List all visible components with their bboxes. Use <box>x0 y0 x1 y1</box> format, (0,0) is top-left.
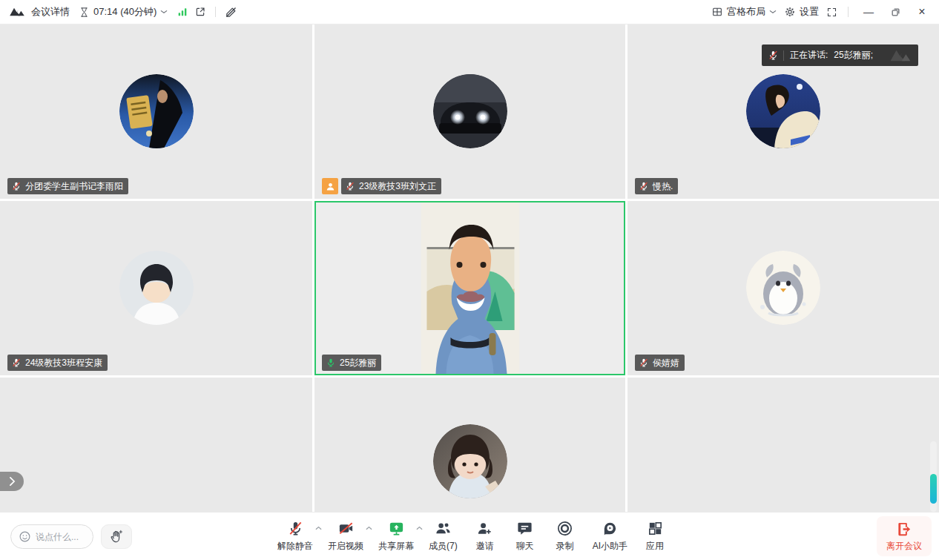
mic-muted-icon <box>639 358 649 368</box>
ai-assistant-button[interactable]: AI小助手 <box>585 515 635 553</box>
timer-label: 07:14 (40分钟) <box>93 5 156 19</box>
share-screen-icon <box>387 520 404 537</box>
participant-name: 23级教技3班刘文正 <box>359 182 436 191</box>
settings-label: 设置 <box>800 5 819 19</box>
participant-tile[interactable] <box>314 378 625 512</box>
chat-button[interactable]: 聊天 <box>505 515 545 553</box>
participant-name-tag: 24级教技3班程安康 <box>7 355 108 371</box>
network-signal-icon[interactable] <box>177 6 188 18</box>
participant-tile[interactable]: 24级教技3班程安康 <box>0 201 312 375</box>
participant-name-tag: 25彭雅丽 <box>322 355 381 371</box>
minimize-button[interactable]: — <box>859 4 878 20</box>
start-video-label: 开启视频 <box>328 540 363 553</box>
panel-expander-button[interactable] <box>0 472 24 491</box>
leave-meeting-label: 离开会议 <box>886 540 922 553</box>
divider <box>783 50 784 61</box>
avatar <box>746 74 820 148</box>
empty-tile <box>627 378 939 512</box>
meeting-window: 会议详情 07:14 (40分钟) 宫格布局 设置 <box>0 0 939 560</box>
mic-muted-icon <box>11 358 22 368</box>
raise-hand-button[interactable] <box>101 524 132 549</box>
layout-label: 宫格布局 <box>727 5 765 19</box>
record-button[interactable]: 录制 <box>545 515 585 553</box>
participant-tile-speaking[interactable]: 25彭雅丽 <box>314 201 625 375</box>
participant-name: 24级教技3班程安康 <box>25 358 102 367</box>
chevron-down-icon <box>769 10 777 14</box>
mic-muted-icon <box>11 181 22 191</box>
participant-tile[interactable]: 23级教技3班刘文正 <box>314 24 625 199</box>
leave-meeting-button[interactable]: 离开会议 <box>877 516 932 556</box>
ai-assistant-icon <box>602 520 619 537</box>
participant-tile[interactable]: 分团委学生副书记李雨阳 <box>0 24 312 199</box>
app-logo-icon <box>9 6 25 18</box>
mic-muted-icon <box>286 520 303 537</box>
apps-icon <box>647 520 664 537</box>
mic-active-icon <box>326 358 336 368</box>
participant-name: 分团委学生副书记李雨阳 <box>25 182 123 191</box>
divider <box>848 7 849 17</box>
meeting-details-label: 会议详情 <box>31 5 70 19</box>
apps-button[interactable]: 应用 <box>635 515 675 553</box>
hourglass-icon <box>79 7 90 18</box>
emoji-icon[interactable] <box>19 530 31 543</box>
participant-name: 慢热. <box>653 182 673 191</box>
mic-muted-icon <box>768 50 779 61</box>
chevron-down-icon <box>160 10 168 14</box>
meeting-details-button[interactable]: 会议详情 <box>31 5 70 19</box>
titlebar: 会议详情 07:14 (40分钟) 宫格布局 设置 <box>0 0 939 24</box>
close-button[interactable]: × <box>912 4 932 20</box>
participant-tile[interactable]: 侯婧婧 <box>627 201 939 375</box>
layout-selector[interactable]: 宫格布局 <box>711 5 777 19</box>
mic-muted-icon <box>639 181 649 191</box>
fullscreen-button[interactable] <box>826 7 837 18</box>
divider <box>215 7 216 17</box>
annotation-disabled-icon[interactable] <box>225 6 237 19</box>
avatar <box>746 251 820 325</box>
meeting-timer-button[interactable]: 07:14 (40分钟) <box>79 5 168 19</box>
avatar <box>119 251 194 325</box>
record-label: 录制 <box>556 540 574 553</box>
members-icon <box>435 520 452 537</box>
share-screen-label: 共享屏幕 <box>378 540 414 553</box>
share-screen-button[interactable]: 共享屏幕 <box>371 515 421 553</box>
chat-input[interactable] <box>36 532 88 542</box>
apps-label: 应用 <box>646 540 664 553</box>
grid-layout-icon <box>711 6 723 18</box>
raise-hand-icon <box>109 530 124 544</box>
bottom-toolbar: 解除静音 开启视频 共享屏幕 成员(7) 邀请 <box>0 512 939 560</box>
popout-window-icon[interactable] <box>194 6 206 18</box>
video-feed <box>421 202 519 374</box>
chat-icon <box>516 520 533 537</box>
host-badge-icon <box>322 178 338 194</box>
participant-name-tag: 侯婧婧 <box>635 355 685 371</box>
members-label: 成员(7) <box>429 540 458 553</box>
chat-label: 聊天 <box>516 540 534 553</box>
video-grid: 分团委学生副书记李雨阳 <box>0 24 939 512</box>
participant-name: 25彭雅丽 <box>340 358 376 367</box>
participant-name-tag: 慢热. <box>635 178 678 194</box>
start-video-button[interactable]: 开启视频 <box>320 515 371 553</box>
quick-chat-field[interactable] <box>10 524 93 549</box>
members-button[interactable]: 成员(7) <box>421 515 465 553</box>
camera-off-icon <box>337 520 354 537</box>
watermark-logo-icon <box>887 47 914 64</box>
invite-icon <box>476 520 493 537</box>
settings-button[interactable]: 设置 <box>784 5 819 19</box>
unmute-label: 解除静音 <box>277 540 313 553</box>
restore-button[interactable] <box>886 4 905 20</box>
avatar <box>433 74 507 148</box>
invite-button[interactable]: 邀请 <box>465 515 505 553</box>
invite-label: 邀请 <box>476 540 494 553</box>
scrollbar-thumb[interactable] <box>930 474 937 504</box>
empty-tile <box>0 378 312 512</box>
participant-name-tag: 分团委学生副书记李雨阳 <box>7 178 128 194</box>
participant-name-tag: 23级教技3班刘文正 <box>341 178 441 194</box>
unmute-button[interactable]: 解除静音 <box>270 515 320 553</box>
avatar <box>433 424 507 498</box>
leave-meeting-icon <box>896 521 913 538</box>
ai-assistant-label: AI小助手 <box>593 540 627 553</box>
participant-name: 侯婧婧 <box>653 358 679 367</box>
mic-muted-icon <box>345 181 355 191</box>
speaking-name: 25彭雅丽; <box>834 49 873 62</box>
scrollbar-track[interactable] <box>930 441 937 512</box>
